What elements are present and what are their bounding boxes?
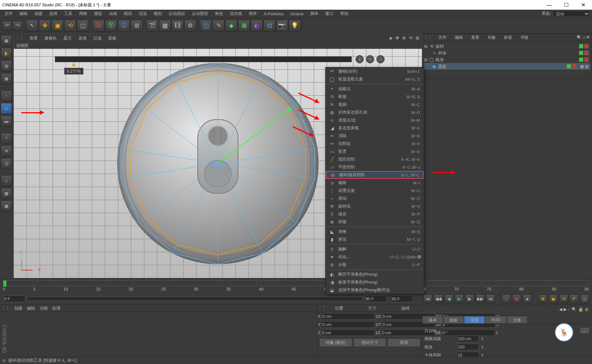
om-edit[interactable]: 编辑: [452, 34, 465, 41]
attr-tab-基本[interactable]: 基本: [422, 316, 443, 324]
ctx-熨烫[interactable]: ▭熨烫M~G: [326, 148, 424, 155]
attr-tab-立体[interactable]: 立体: [507, 316, 527, 324]
menu-window[interactable]: 窗口: [322, 10, 336, 17]
light-tool[interactable]: 💡: [289, 20, 301, 32]
menu-render[interactable]: 渲染: [136, 10, 150, 17]
om-obj[interactable]: 对象: [485, 34, 498, 41]
attr-tab-HUD[interactable]: HUD: [485, 316, 507, 324]
menu-file[interactable]: 文件: [1, 10, 16, 17]
vp-display[interactable]: 显示: [60, 35, 75, 42]
attr-tab-坐标[interactable]: 坐标: [443, 316, 464, 324]
prev-key[interactable]: ◀◀: [434, 294, 443, 303]
slider-thumb[interactable]: [72, 63, 76, 66]
camera-tool[interactable]: 📷: [276, 20, 288, 32]
menu-mograph[interactable]: 运动图形: [189, 10, 211, 17]
snap-toggle[interactable]: Ⓢ: [1, 158, 12, 169]
ctx-封闭多边形孔洞[interactable]: ◍封闭多边形孔洞M~D: [326, 108, 424, 116]
model-mode[interactable]: ◧: [1, 48, 12, 59]
slider-track[interactable]: 6.277%: [55, 56, 352, 62]
keyframe-sel[interactable]: ◈: [523, 294, 532, 303]
z-axis-lock[interactable]: Ⓩ: [118, 20, 130, 32]
ctx-恢复平滑着色(Phong)[interactable]: ◑恢复平滑着色(Phong): [326, 278, 424, 286]
tree-row-body[interactable]: ⊟◯瓶身: [424, 56, 590, 63]
eye-icon[interactable]: 👁: [586, 35, 590, 40]
soft-select[interactable]: ∪: [1, 175, 12, 186]
vp-filter[interactable]: 过滤: [90, 35, 104, 42]
undo-button[interactable]: ↶: [2, 21, 12, 31]
polygon-mode[interactable]: ▬: [1, 115, 12, 127]
ctx-笔刷[interactable]: ✎笔刷M~C: [326, 101, 424, 108]
goto-start[interactable]: ⏮: [423, 294, 432, 303]
y-axis-lock[interactable]: Ⓨ: [105, 20, 117, 32]
slider-minus-icon[interactable]: −: [376, 55, 385, 63]
ctx-缝合[interactable]: ‡缝合M~P: [326, 210, 424, 218]
key-scale[interactable]: ▣: [549, 294, 558, 303]
play[interactable]: ▶: [455, 294, 464, 303]
edge-mode[interactable]: ▭: [1, 103, 12, 114]
point-mode[interactable]: ▫: [1, 90, 12, 101]
menu-pipe[interactable]: 流水线: [227, 10, 245, 17]
array-tool[interactable]: ⊞: [238, 20, 250, 32]
make-editable[interactable]: ▦: [1, 35, 12, 46]
mat-func[interactable]: 功能: [40, 306, 48, 311]
scale-tool[interactable]: ▣: [51, 20, 63, 32]
attr-lock-icon[interactable]: 🔒: [578, 307, 583, 312]
x-axis-lock[interactable]: Ⓧ: [93, 20, 104, 32]
tree-row-lathe[interactable]: ⊟⟲旋转: [424, 43, 590, 50]
render-settings[interactable]: ⚙: [184, 20, 196, 32]
maximize-button[interactable]: ☐: [558, 0, 575, 10]
last-tool[interactable]: ◫: [77, 20, 89, 32]
om-view[interactable]: 查看: [469, 34, 482, 41]
tree-row-disc[interactable]: ◉圆盘▦ ▨: [424, 63, 590, 70]
vp-rotate-icon[interactable]: ⟲: [408, 35, 414, 41]
ctx-桥接[interactable]: ⊓桥接M~B, B: [326, 93, 424, 101]
next-key[interactable]: ▶▶: [476, 294, 485, 303]
frame-start[interactable]: [3, 295, 25, 302]
menu-select[interactable]: 选择: [46, 10, 60, 17]
attr-input[interactable]: [457, 344, 479, 350]
home-icon[interactable]: ⌂: [583, 35, 585, 40]
viewport-solo[interactable]: ▦: [1, 188, 12, 199]
ctx-焊接[interactable]: ⊕焊接M~Q: [326, 218, 424, 226]
key-pos[interactable]: ✥: [538, 294, 547, 303]
ctx-分裂[interactable]: ⊘分裂U~P: [326, 261, 424, 269]
ctx-连接点/边[interactable]: ⊹连接点/边M~M: [326, 116, 424, 124]
timeline-marker[interactable]: [3, 281, 6, 287]
move-tool[interactable]: ✥: [39, 20, 51, 32]
minimize-button[interactable]: —: [541, 0, 558, 10]
ctx-平面切割[interactable]: ▱平面切割K~J, M~J: [326, 163, 424, 171]
ctx-循环/路径切割[interactable]: ◎循环/路径切割K~L, M~L: [326, 171, 424, 179]
rotate-tool[interactable]: ⟲: [64, 20, 76, 32]
tree-row-spline[interactable]: ∿样条: [424, 50, 590, 56]
search-icon[interactable]: 🔍: [577, 35, 582, 40]
menu-snap[interactable]: 捕捉: [91, 10, 105, 17]
cube-primitive[interactable]: ◫: [200, 20, 212, 32]
ctx-选择平滑着色(Phong)断开边[interactable]: ◒选择平滑着色(Phong)断开边: [326, 286, 424, 294]
om-file[interactable]: 文件: [436, 34, 449, 41]
object-tree[interactable]: ⊟⟲旋转 ∿样条 ⊟◯瓶身 ◉圆盘▦ ▨: [423, 41, 592, 71]
menu-sculpt[interactable]: 雕刻: [151, 10, 165, 17]
attr-input[interactable]: [457, 335, 479, 342]
coord-sys[interactable]: ⊞: [131, 20, 142, 32]
ctx-断开平滑着色(Phong)[interactable]: ◐断开平滑着色(Phong): [326, 270, 424, 278]
close-button[interactable]: ✕: [575, 0, 592, 10]
coord-apply-btn[interactable]: 应用: [388, 338, 420, 347]
frame-end[interactable]: [364, 295, 387, 302]
attr-search-icon[interactable]: 🔍: [571, 307, 577, 312]
frame-cur[interactable]: [391, 295, 413, 302]
texture-mode[interactable]: ▨: [1, 60, 12, 72]
vp-options[interactable]: 选项: [75, 35, 90, 42]
menu-help[interactable]: 帮助: [337, 10, 351, 17]
key-rot[interactable]: ⟲: [559, 294, 568, 303]
interface-dropdown[interactable]: 启动: [552, 10, 590, 17]
ctx-撤销(动作)[interactable]: ↶撤销(动作)Shift+Z: [326, 67, 424, 75]
ctx-旋转边[interactable]: ⟳旋转边M~V: [326, 202, 424, 210]
nurbs-tool[interactable]: ◈: [225, 20, 237, 32]
attr-tab-背景[interactable]: 背景: [464, 316, 485, 324]
menu-sim[interactable]: 模拟: [121, 10, 135, 17]
ctx-创建点[interactable]: •创建点M~A: [326, 85, 424, 93]
attr-up-icon[interactable]: ↑: [568, 307, 570, 312]
workplane-mode[interactable]: ▦: [1, 73, 12, 84]
record[interactable]: ●: [502, 294, 511, 303]
slider-pause-icon[interactable]: ⦀: [355, 55, 364, 63]
